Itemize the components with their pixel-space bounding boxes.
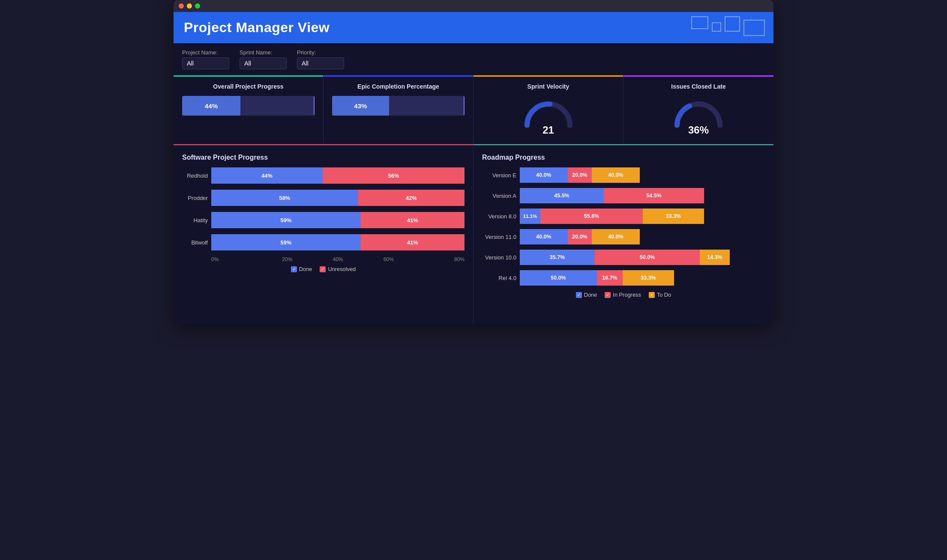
rel4-todo: 33.3% [623,270,674,286]
kpi-sprint-title: Sprint Velocity [482,83,614,90]
done-icon: ✓ [576,292,582,298]
table-row: Version 10.0 35.7% 50.0% 14.3% [482,250,765,265]
project-name-filter: Project Name: All [182,49,229,69]
roadmap-label-version11: Version 11.0 [482,234,516,240]
priority-label: Priority: [297,49,344,56]
page-title: Project Manager View [184,20,763,36]
version11-inprogress: 20.0% [568,229,592,244]
sprint-name-select[interactable]: All [240,57,287,69]
software-progress-panel: Software Project Progress Redhold 44% 56… [174,144,474,324]
bar-prodder-unresolved: 42% [358,190,465,206]
kpi-border-epic [324,75,473,77]
bar-label-redhold: Redhold [182,173,208,179]
roadmap-label-versiona: Version A [482,193,516,199]
kpi-issues-title: Issues Closed Late [632,83,765,90]
software-hbar-chart: Redhold 44% 56% Prodder 58% 42% Ha [182,167,465,272]
legend-done-label: Done [584,292,597,298]
version8-done: 11.1% [520,209,540,224]
versione-inprogress: 20.0% [568,167,592,183]
kpi-sprint-velocity: Sprint Velocity 21 [474,75,623,144]
rel4-inprogress: 16.7% [597,270,623,286]
bar-hatity-done: 59% [211,212,361,228]
roadmap-progress-title: Roadmap Progress [482,154,765,161]
version10-todo: 14.3% [700,250,730,265]
table-row: Hatity 59% 41% [182,212,465,228]
header-decorations [691,16,765,36]
roadmap-bars-version11: 40.0% 20.0% 40.0% [520,229,640,244]
version10-inprogress: 50.0% [595,250,700,265]
project-name-select[interactable]: All [182,57,229,69]
sprint-name-label: Sprint Name: [240,49,287,56]
legend-unresolved: ✓ Unresolved [320,266,356,272]
overall-progress-border [314,96,315,116]
overall-progress-bar-fill: 44% [182,96,240,116]
deco-rect-3 [725,16,740,32]
header: Project Manager View [174,12,773,43]
table-row: Prodder 58% 42% [182,190,465,206]
rel4-done: 50.0% [520,270,597,286]
versiona-done: 45.5% [520,188,604,203]
deco-rect-2 [712,22,721,32]
epic-progress-border [464,96,465,116]
minimize-button[interactable] [187,3,192,9]
legend-done-label: Done [299,266,312,272]
legend-unresolved-label: Unresolved [328,266,356,272]
deco-rect-4 [743,20,765,36]
bar-bitwolf-done: 59% [211,234,361,250]
bar-bitwolf-unresolved: 41% [361,234,465,250]
table-row: Version 11.0 40.0% 20.0% 40.0% [482,229,765,244]
kpi-border-overall [174,75,323,77]
kpi-overall-title: Overall Project Progress [182,83,315,90]
versione-todo: 40.0% [592,167,640,183]
roadmap-label-version10: Version 10.0 [482,254,516,261]
table-row: Version 8.0 11.1% 55.6% 33.3% [482,209,765,224]
issues-closed-gauge: 36% [632,96,765,136]
bar-hatity-unresolved: 41% [361,212,465,228]
versiona-inprogress: 54.5% [604,188,704,203]
epic-progress-value: 43% [354,102,367,110]
project-name-label: Project Name: [182,49,229,56]
charts-row: Software Project Progress Redhold 44% 56… [174,144,773,324]
done-icon: ✓ [291,266,297,272]
axis-tick: 60% [363,256,414,262]
app-window: Project Manager View Project Name: All S… [174,0,773,324]
bar-label-bitwolf: Bitwolf [182,239,208,246]
sprint-velocity-gauge: 21 [482,96,614,136]
roadmap-chart: Version E 40.0% 20.0% 40.0% Version A 45… [482,167,765,286]
software-progress-title: Software Project Progress [182,154,465,161]
axis-tick: 40% [312,256,363,262]
kpi-border-sprint [474,75,623,77]
bar-prodder-done: 58% [211,190,358,206]
inprogress-icon: ✓ [605,292,611,298]
bar-redhold-done: 44% [211,167,323,184]
table-row: Rel 4.0 50.0% 16.7% 33.3% [482,270,765,286]
bar-label-hatity: Hatity [182,217,208,223]
filters-bar: Project Name: All Sprint Name: All Prior… [174,43,773,75]
roadmap-bars-versiona: 45.5% 54.5% [520,188,704,203]
version8-todo: 33.3% [643,209,704,224]
legend-inprogress: ✓ In Progress [605,292,641,298]
table-row: Version A 45.5% 54.5% [482,188,765,203]
software-legend: ✓ Done ✓ Unresolved [182,266,465,272]
kpi-overall-progress: Overall Project Progress 44% [174,75,324,144]
overall-progress-bar-container: 44% [182,96,315,116]
priority-filter: Priority: All [297,49,344,69]
bar-redhold-unresolved: 56% [323,167,465,184]
issues-closed-svg [673,98,724,128]
priority-select[interactable]: All [297,57,344,69]
version11-todo: 40.0% [592,229,640,244]
bar-hatity: 59% 41% [211,212,465,228]
versione-done: 40.0% [520,167,568,183]
roadmap-bars-version10: 35.7% 50.0% 14.3% [520,250,730,265]
table-row: Bitwolf 59% 41% [182,234,465,250]
legend-inprogress-label: In Progress [613,292,641,298]
roadmap-bars-version8: 11.1% 55.6% 33.3% [520,209,704,224]
axis-tick: 20% [262,256,312,262]
close-button[interactable] [179,3,184,9]
legend-done: ✓ Done [291,266,312,272]
epic-progress-bar-fill: 43% [332,96,389,116]
sprint-name-filter: Sprint Name: All [240,49,287,69]
maximize-button[interactable] [195,3,200,9]
axis-row: 0% 20% 40% 60% 80% [182,256,465,262]
version10-done: 35.7% [520,250,595,265]
